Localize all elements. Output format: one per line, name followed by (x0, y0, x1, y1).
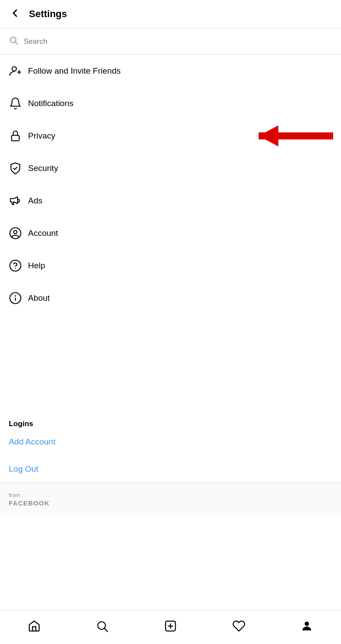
nav-search-button[interactable] (92, 616, 112, 636)
search-input[interactable] (24, 37, 332, 46)
svg-marker-7 (259, 125, 278, 146)
svg-line-1 (15, 42, 18, 44)
svg-point-9 (14, 231, 17, 234)
menu-item-privacy[interactable]: Privacy (0, 120, 341, 152)
security-icon (9, 162, 28, 175)
nav-profile-button[interactable] (297, 616, 317, 636)
account-icon (9, 227, 28, 240)
ads-icon (9, 194, 28, 207)
svg-rect-5 (11, 135, 19, 141)
header: Settings (0, 0, 341, 28)
search-bar (0, 28, 341, 55)
add-account-button[interactable]: Add Account (9, 428, 332, 455)
about-icon (9, 292, 28, 305)
menu-item-follow[interactable]: Follow and Invite Friends (0, 55, 341, 87)
privacy-arrow-annotation (232, 124, 333, 148)
privacy-icon (9, 129, 28, 142)
nav-home-button[interactable] (24, 616, 44, 636)
arrow-svg (232, 124, 333, 148)
footer-brand-label: FACEBOOK (9, 499, 50, 507)
settings-menu: Follow and Invite Friends Notifications … (0, 55, 341, 409)
menu-label-about: About (28, 293, 50, 303)
svg-point-20 (305, 622, 309, 626)
page-title: Settings (29, 8, 67, 20)
menu-label-privacy: Privacy (28, 131, 55, 141)
menu-label-account: Account (28, 228, 58, 238)
nav-likes-button[interactable] (229, 616, 249, 636)
menu-item-about[interactable]: About (0, 282, 341, 314)
help-icon (9, 259, 28, 272)
menu-item-ads[interactable]: Ads (0, 185, 341, 217)
notifications-icon (9, 97, 28, 110)
menu-item-help[interactable]: Help (0, 249, 341, 282)
log-out-button[interactable]: Log Out (9, 455, 332, 483)
menu-label-notifications: Notifications (28, 99, 74, 108)
menu-item-notifications[interactable]: Notifications (0, 87, 341, 120)
menu-item-account[interactable]: Account (0, 217, 341, 249)
footer-facebook: from FACEBOOK (0, 483, 341, 516)
search-icon (9, 36, 18, 47)
logins-heading: Logins (9, 420, 33, 428)
bottom-navigation (0, 610, 341, 644)
follow-invite-icon (9, 64, 28, 78)
menu-label-ads: Ads (28, 196, 43, 206)
menu-label-follow: Follow and Invite Friends (28, 66, 121, 76)
svg-point-10 (10, 260, 21, 271)
nav-add-button[interactable] (160, 616, 181, 636)
back-button[interactable] (9, 7, 21, 21)
content-spacer (0, 516, 341, 611)
footer-from-label: from (9, 492, 332, 498)
menu-label-help: Help (28, 261, 45, 270)
menu-item-security[interactable]: Security (0, 152, 341, 185)
svg-line-16 (105, 629, 108, 632)
svg-point-8 (10, 228, 21, 239)
menu-label-security: Security (28, 164, 58, 173)
svg-point-2 (12, 67, 17, 71)
logins-section: Logins Add Account Log Out (0, 409, 341, 483)
